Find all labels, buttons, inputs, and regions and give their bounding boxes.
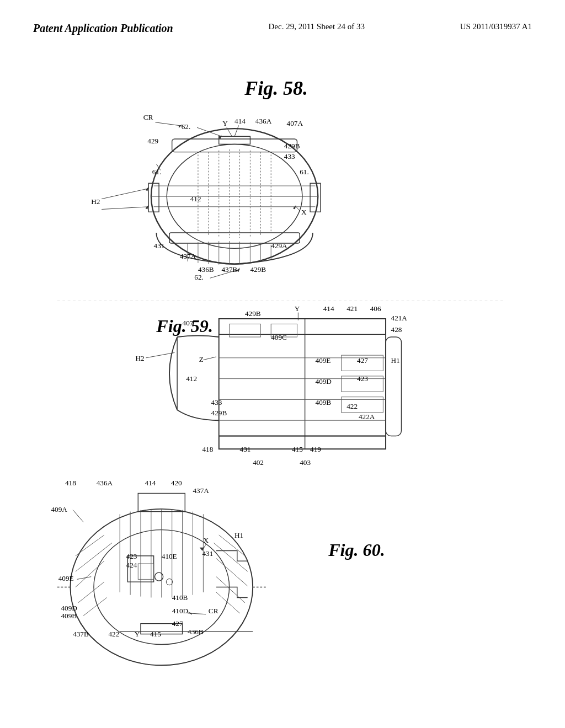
label-429B-58: 429B bbox=[284, 142, 300, 150]
svg-point-87 bbox=[166, 579, 172, 585]
label-433-59: 433 bbox=[211, 398, 222, 406]
header-middle: Dec. 29, 2011 Sheet 24 of 33 bbox=[269, 22, 365, 31]
svg-line-82 bbox=[216, 592, 240, 613]
label-X-60: X bbox=[203, 536, 209, 544]
label-X-58: X bbox=[301, 208, 307, 216]
label-427-60: 427 bbox=[172, 619, 183, 628]
label-409B-59: 409B bbox=[316, 398, 332, 406]
svg-line-38 bbox=[296, 207, 300, 211]
label-436B-60: 436B bbox=[188, 628, 204, 636]
label-437A-58: 437A bbox=[180, 252, 196, 260]
label-429-58: 429 bbox=[147, 137, 158, 145]
label-CR-58: CR bbox=[143, 113, 153, 121]
label-409E-59: 409E bbox=[316, 356, 331, 365]
label-431-58: 431 bbox=[154, 242, 165, 250]
svg-rect-15 bbox=[219, 136, 250, 144]
patent-page: Patent Application Publication Dec. 29, … bbox=[0, 0, 565, 728]
svg-line-60 bbox=[146, 352, 174, 357]
svg-line-27 bbox=[155, 122, 182, 126]
label-412-58: 412 bbox=[190, 195, 201, 203]
label-421A-59: 421A bbox=[391, 314, 408, 322]
label-409E-60: 409E bbox=[58, 574, 74, 582]
label-433-58: 433 bbox=[284, 152, 295, 160]
label-419-59: 419 bbox=[310, 445, 321, 453]
header-right: US 2011/0319937 A1 bbox=[460, 22, 532, 31]
patent-drawings: Fig. 58. bbox=[0, 35, 565, 697]
label-429B-top-59: 429B bbox=[245, 309, 261, 318]
label-436A-60: 436A bbox=[97, 479, 113, 487]
svg-line-77 bbox=[83, 597, 107, 615]
label-H1-60: H1 bbox=[234, 531, 243, 539]
label-414-60: 414 bbox=[145, 479, 156, 487]
fig58-title: Fig. 58. bbox=[244, 77, 308, 99]
label-418-60: 418 bbox=[65, 479, 76, 487]
svg-rect-2 bbox=[172, 139, 297, 152]
fig60-title: Fig. 60. bbox=[328, 540, 385, 560]
label-437B-60: 437B bbox=[73, 630, 89, 638]
svg-line-92 bbox=[73, 510, 83, 522]
label-424-60: 424 bbox=[126, 561, 137, 569]
label-Y-58: Y bbox=[222, 119, 228, 127]
label-437A-60: 437A bbox=[193, 486, 209, 495]
label-422-59: 422 bbox=[347, 402, 358, 410]
label-421-59: 421 bbox=[347, 304, 358, 313]
svg-line-80 bbox=[216, 559, 248, 586]
label-61b-58: 61. bbox=[300, 168, 309, 176]
svg-rect-26 bbox=[310, 183, 321, 212]
svg-line-81 bbox=[216, 577, 245, 603]
label-H2-58: H2 bbox=[91, 197, 100, 206]
label-412-59: 412 bbox=[186, 374, 197, 383]
label-409B-60: 409B bbox=[61, 612, 77, 620]
label-423-60: 423 bbox=[126, 552, 137, 560]
label-436B-58: 436B bbox=[198, 265, 214, 274]
svg-line-76 bbox=[78, 582, 104, 603]
label-406-59: 406 bbox=[370, 304, 381, 313]
label-402-59: 402 bbox=[253, 458, 264, 467]
label-407A-58: 407A bbox=[287, 119, 303, 127]
label-407-59: 407 bbox=[183, 319, 194, 327]
svg-line-36 bbox=[102, 207, 148, 210]
label-409A-60: 409A bbox=[51, 505, 67, 513]
label-H2-59: H2 bbox=[136, 354, 145, 362]
label-410D-60: 410D bbox=[172, 607, 189, 615]
label-414-59: 414 bbox=[323, 304, 334, 313]
svg-line-93 bbox=[77, 577, 92, 580]
label-410B-60: 410B bbox=[172, 593, 188, 602]
header-left: Patent Application Publication bbox=[33, 22, 173, 35]
label-62b-58: 62. bbox=[194, 273, 204, 281]
label-62a-58: 62. bbox=[182, 122, 191, 131]
svg-line-75 bbox=[76, 561, 104, 587]
label-429B2-58: 429B bbox=[250, 265, 266, 274]
svg-line-74 bbox=[76, 543, 112, 571]
label-429B-bot-59: 429B bbox=[211, 409, 227, 417]
drawing-area: Fig. 58. bbox=[0, 35, 565, 697]
label-415-60: 415 bbox=[150, 630, 161, 638]
label-409D-59: 409D bbox=[316, 377, 332, 386]
label-422A-59: 422A bbox=[359, 413, 375, 421]
label-H1-59: H1 bbox=[391, 356, 400, 365]
label-418a-59: 418 bbox=[202, 445, 213, 453]
label-410E-60: 410E bbox=[162, 552, 177, 560]
label-Z-59: Z bbox=[199, 355, 204, 363]
svg-marker-37 bbox=[145, 205, 148, 210]
label-423-59: 423 bbox=[357, 374, 368, 383]
label-422-60: 422 bbox=[108, 630, 119, 638]
label-431-59: 431 bbox=[240, 445, 251, 453]
label-403-59: 403 bbox=[300, 458, 311, 467]
label-CR-60: CR bbox=[209, 607, 218, 615]
label-414-58: 414 bbox=[234, 117, 246, 125]
label-436A-58: 436A bbox=[255, 117, 272, 125]
svg-line-61 bbox=[203, 357, 216, 360]
svg-line-79 bbox=[214, 543, 247, 571]
label-429A-58: 429A bbox=[271, 242, 287, 250]
label-427-59: 427 bbox=[357, 356, 368, 365]
page-header: Patent Application Publication Dec. 29, … bbox=[0, 0, 565, 35]
fig60-drawing bbox=[57, 493, 266, 665]
svg-line-34 bbox=[102, 189, 148, 199]
svg-rect-52 bbox=[230, 324, 261, 337]
label-409C-59: 409C bbox=[271, 333, 287, 341]
svg-rect-43 bbox=[219, 319, 386, 449]
svg-line-32 bbox=[234, 125, 239, 136]
label-437B-58: 437B bbox=[221, 265, 237, 274]
svg-rect-51 bbox=[386, 337, 401, 436]
